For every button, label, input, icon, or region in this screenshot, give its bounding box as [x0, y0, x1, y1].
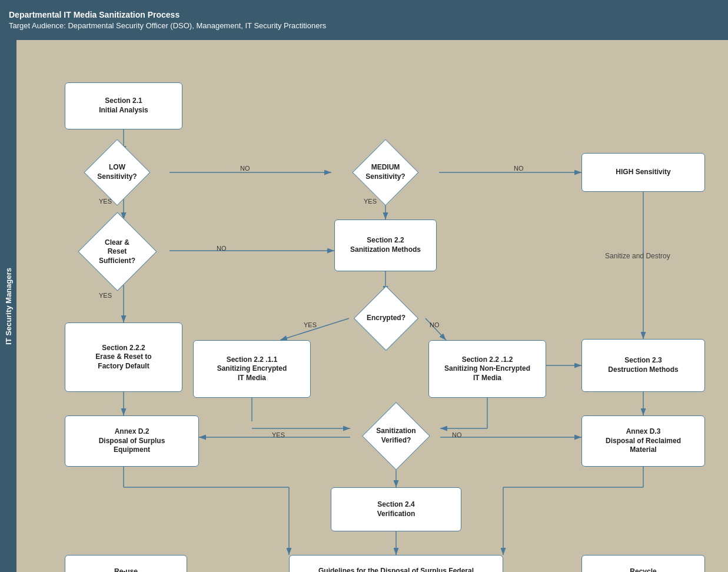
annexD2-label: Annex D.2 Disposal of Surplus Equipment [99, 427, 165, 455]
diagram-area: Section 2.1 Initial Analysis LOW Sensiti… [16, 40, 728, 572]
clear-reset-diamond: Clear & Reset Sufficient? [65, 220, 169, 284]
high-sensitivity-label: HIGH Sensitivity [616, 168, 670, 177]
yes-label-3: YES [99, 292, 112, 299]
annexD3-label: Annex D.3 Disposal of Reclaimed Material [606, 427, 681, 455]
sanitization-verified-diamond: Sanitization Verified? [344, 415, 448, 457]
no-label-1: NO [240, 165, 250, 172]
section23-label: Section 2.3 Destruction Methods [608, 356, 678, 374]
yes-label-1: YES [99, 198, 112, 205]
guidelines-box: Guidelines for the Disposal of Surplus F… [289, 555, 503, 572]
guidelines-label: Guidelines for the Disposal of Surplus F… [318, 567, 474, 572]
section2211-label: Section 2.2 .1.1 Sanitizing Encrypted IT… [217, 355, 287, 383]
sanitize-destroy-label: Sanitize and Destroy [605, 252, 670, 260]
yes-label-2: YES [364, 198, 377, 205]
yes-label-5: YES [272, 431, 285, 438]
medium-sensitivity-diamond: MEDIUM Sensitivity? [331, 153, 440, 192]
clear-reset-label: Clear & Reset Sufficient? [99, 238, 135, 266]
section222-label: Section 2.2.2 Erase & Reset to Factory D… [95, 344, 151, 371]
low-sensitivity-diamond: LOW Sensitivity? [65, 153, 169, 192]
encrypted-label: Encrypted? [367, 314, 405, 323]
recycle-label: Recycle [630, 567, 656, 572]
section21-label: Section 2.1 Initial Analysis [99, 97, 148, 115]
encrypted-diamond: Encrypted? [339, 293, 433, 344]
section2212-label: Section 2.2 .1.2 Sanitizing Non-Encrypte… [444, 355, 530, 383]
reuse-box: Re-use [65, 555, 187, 572]
section21-box: Section 2.1 Initial Analysis [65, 82, 182, 129]
sanitization-verified-label: Sanitization Verified? [376, 427, 415, 445]
high-sensitivity-box: HIGH Sensitivity [581, 153, 705, 192]
recycle-box: Recycle [581, 555, 705, 572]
side-label-bar: IT Security Managers [0, 40, 16, 572]
no-label-4: NO [430, 321, 440, 328]
no-label-5: NO [452, 431, 462, 438]
section222-box: Section 2.2.2 Erase & Reset to Factory D… [65, 322, 182, 392]
side-label-text: IT Security Managers [4, 268, 13, 345]
yes-label-4: YES [304, 321, 317, 328]
section24-box: Section 2.4 Verification [331, 487, 461, 531]
no-label-3: NO [217, 245, 227, 252]
annexD2-box: Annex D.2 Disposal of Surplus Equipment [65, 415, 199, 467]
section22-box: Section 2.2 Sanitization Methods [334, 220, 437, 271]
header: Departmental IT Media Sanitization Proce… [0, 0, 728, 40]
section2212-box: Section 2.2 .1.2 Sanitizing Non-Encrypte… [428, 340, 546, 398]
reuse-label: Re-use [114, 567, 138, 572]
low-sensitivity-label: LOW Sensitivity? [97, 163, 137, 181]
section2211-box: Section 2.2 .1.1 Sanitizing Encrypted IT… [193, 340, 311, 398]
header-title: Departmental IT Media Sanitization Proce… [9, 10, 719, 19]
no-label-2: NO [514, 165, 524, 172]
annexD3-box: Annex D.3 Disposal of Reclaimed Material [581, 415, 705, 467]
section23-box: Section 2.3 Destruction Methods [581, 339, 705, 392]
section22-label: Section 2.2 Sanitization Methods [350, 236, 421, 254]
section24-label: Section 2.4 Verification [377, 500, 415, 518]
header-subtitle: Target Audience: Departmental Security O… [9, 21, 719, 30]
medium-sensitivity-label: MEDIUM Sensitivity? [365, 163, 405, 181]
